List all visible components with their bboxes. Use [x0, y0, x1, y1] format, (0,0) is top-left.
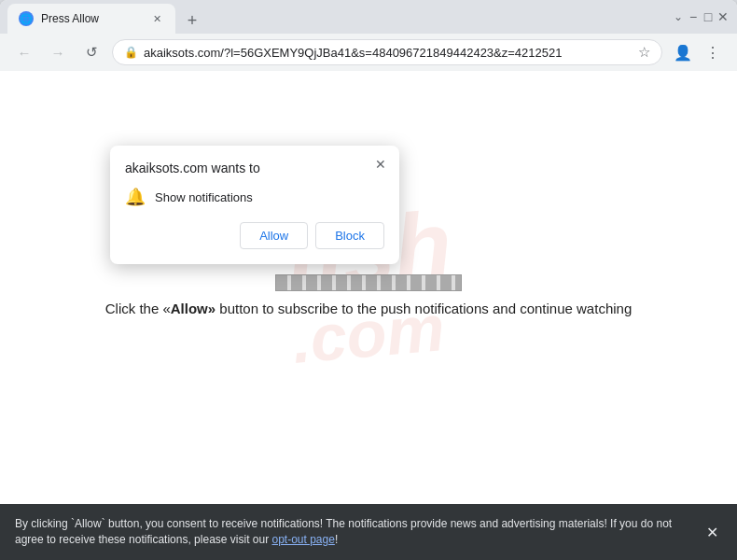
main-instruction-text: Click the «Allow» button to subscribe to… — [105, 301, 633, 316]
title-bar: 🌐 Press Allow ✕ + ⌄ − □ ✕ — [0, 0, 737, 34]
main-text-after: button to subscribe to the push notifica… — [216, 301, 632, 316]
tab-close-button[interactable]: ✕ — [149, 11, 164, 26]
loading-bar-container — [275, 274, 462, 291]
block-button[interactable]: Block — [315, 222, 384, 249]
main-text-bold: Allow» — [171, 301, 216, 316]
menu-icon[interactable]: ⋮ — [700, 39, 726, 65]
maximize-button[interactable]: □ — [702, 10, 715, 23]
security-lock-icon: 🔒 — [124, 46, 138, 59]
popup-permission-row: 🔔 Show notifications — [125, 187, 384, 207]
tab-favicon: 🌐 — [19, 11, 34, 26]
forward-button[interactable]: → — [45, 39, 71, 65]
bell-icon: 🔔 — [125, 187, 146, 207]
profile-icon[interactable]: 👤 — [670, 39, 696, 65]
new-tab-button[interactable]: + — [179, 7, 205, 34]
minimize-button[interactable]: − — [687, 10, 700, 23]
popup-title: akaiksots.com wants to — [125, 161, 384, 175]
loading-bar — [275, 274, 462, 291]
bottom-bar-text: By clicking `Allow` button, you consent … — [15, 516, 695, 548]
url-text: akaiksots.com/?l=56GXEMY9QjJBa41&s=48409… — [144, 46, 633, 60]
popup-buttons: Allow Block — [125, 222, 384, 249]
tab-title: Press Allow — [41, 12, 142, 25]
address-bar: ← → ↺ 🔒 akaiksots.com/?l=56GXEMY9QjJBa41… — [0, 34, 737, 71]
toolbar-icons: 👤 ⋮ — [670, 39, 726, 65]
active-tab[interactable]: 🌐 Press Allow ✕ — [7, 4, 175, 34]
browser-window: 🌐 Press Allow ✕ + ⌄ − □ ✕ ← → ↺ 🔒 akaiks… — [0, 0, 737, 560]
reload-button[interactable]: ↺ — [78, 39, 104, 65]
bottom-bar-close-button[interactable]: ✕ — [702, 520, 722, 545]
tab-bar: 🌐 Press Allow ✕ + — [7, 0, 672, 34]
opt-out-link[interactable]: opt-out page — [271, 533, 334, 546]
bottom-notification-bar: By clicking `Allow` button, you consent … — [0, 504, 737, 560]
permission-label: Show notifications — [155, 190, 253, 204]
main-text-before: Click the « — [105, 301, 171, 316]
url-bar[interactable]: 🔒 akaiksots.com/?l=56GXEMY9QjJBa41&s=484… — [112, 39, 662, 65]
bottom-bar-text-before: By clicking `Allow` button, you consent … — [15, 517, 672, 546]
notification-popup: ✕ akaiksots.com wants to 🔔 Show notifica… — [110, 146, 399, 264]
window-controls: ⌄ − □ ✕ — [672, 10, 730, 23]
popup-close-button[interactable]: ✕ — [371, 155, 390, 174]
back-button[interactable]: ← — [11, 39, 37, 65]
chrome-menu-icon[interactable]: ⌄ — [672, 10, 685, 23]
bookmark-star-icon[interactable]: ☆ — [638, 44, 650, 61]
close-button[interactable]: ✕ — [716, 10, 730, 23]
allow-button[interactable]: Allow — [240, 222, 308, 249]
page-content: fish .com Click the «Allow» button to su… — [0, 71, 737, 504]
bottom-bar-text-after: ! — [335, 533, 338, 546]
